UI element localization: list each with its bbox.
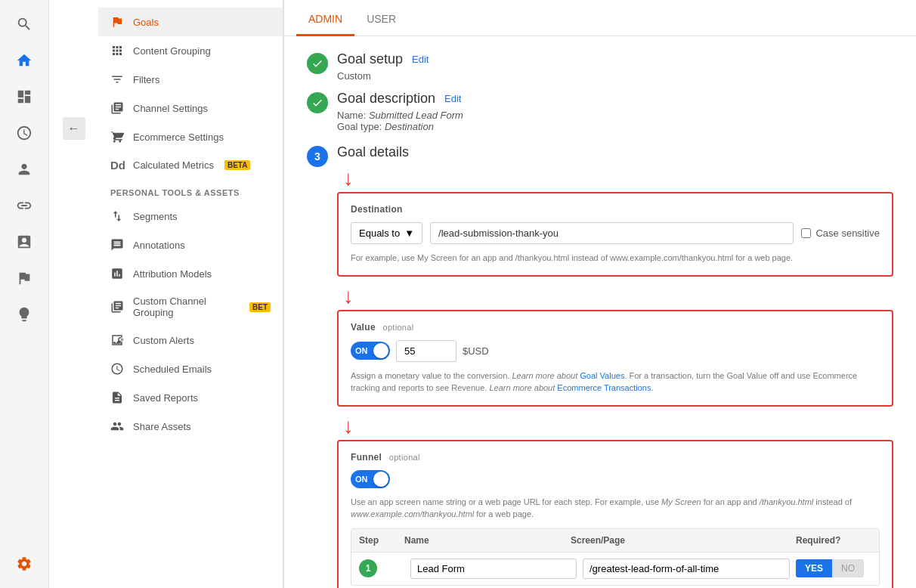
step-badge-1: 1 (359, 559, 377, 577)
arrow-down-3: ↓ (343, 416, 893, 437)
goal-desc-type: Goal type: Destination (337, 121, 893, 132)
destination-label: Destination (351, 204, 880, 215)
goal-setup-edit[interactable]: Edit (412, 54, 429, 65)
value-amount-input[interactable] (396, 340, 456, 362)
goal-desc-name: Name: Submitted Lead Form (337, 110, 893, 121)
sidebar-icon-settings[interactable] (6, 547, 42, 580)
sidebar-icon-clock[interactable] (6, 116, 42, 150)
sidebar-item-saved-reports[interactable]: Saved Reports (98, 383, 283, 412)
sidebar-item-channel-settings[interactable]: Channel Settings (98, 94, 283, 122)
sidebar-item-scheduled-emails[interactable]: Scheduled Emails (98, 354, 283, 383)
step-2-indicator (307, 92, 328, 113)
funnel-label: Funnel optional (351, 452, 880, 463)
sidebar-icon-lightbulb[interactable] (6, 298, 42, 331)
sidebar-icon-report[interactable] (6, 225, 42, 258)
sidebar-item-goals[interactable]: Goals (98, 8, 283, 36)
currency-label: $USD (463, 345, 489, 357)
tab-admin[interactable]: ADMIN (296, 4, 354, 36)
sidebar-icon-dashboard[interactable] (6, 80, 42, 113)
funnel-box: Funnel optional ON Use an app screen nam… (337, 440, 893, 589)
back-button[interactable]: ← (63, 117, 85, 140)
step-3-indicator: 3 (307, 146, 328, 167)
back-arrow-area: ← (49, 0, 98, 588)
case-sensitive-checkbox[interactable] (801, 228, 811, 238)
goal-desc-edit[interactable]: Edit (444, 93, 461, 104)
personal-tools-header: PERSONAL TOOLS & ASSETS (98, 179, 283, 202)
sidebar-icon-link[interactable] (6, 189, 42, 222)
sidebar-item-share-assets[interactable]: Share Assets (98, 412, 283, 441)
destination-box: Destination Equals to ▼ Case sensitive F… (337, 192, 893, 277)
ecommerce-link[interactable]: Ecommerce Transactions (557, 383, 651, 392)
value-toggle-label: ON (355, 346, 368, 355)
goal-setup-sub: Custom (337, 70, 893, 82)
value-box: Value optional ON $USD Assign a monetary… (337, 310, 893, 407)
main-wrapper: ADMIN USER Goal setup Edit Custom (284, 0, 916, 588)
value-label: Value optional (351, 322, 880, 333)
goal-setup-title: Goal setup (337, 51, 403, 67)
case-sensitive-label[interactable]: Case sensitive (801, 227, 880, 239)
sidebar-item-ecommerce[interactable]: Ecommerce Settings (98, 122, 283, 151)
sidebar-item-annotations[interactable]: Annotations (98, 231, 283, 259)
funnel-toggle-container: ON (351, 470, 880, 488)
screen-page-cell (583, 559, 790, 579)
goal-details-section: Goal details ↓ Destination Equals to ▼ (337, 144, 893, 588)
required-toggle: YES NO (796, 559, 871, 577)
yes-button[interactable]: YES (796, 559, 832, 577)
destination-row: Equals to ▼ Case sensitive (351, 222, 880, 244)
content-area: Goal setup Edit Custom Goal description … (284, 36, 916, 588)
step-1-indicator (307, 53, 328, 74)
secondary-sidebar: Goals Content Grouping Filters Channel S… (98, 0, 283, 588)
top-nav: ADMIN USER (284, 0, 916, 36)
funnel-table-header: Step Name Screen/Page Required? (351, 529, 879, 552)
icon-sidebar (0, 0, 49, 588)
destination-input[interactable] (430, 222, 794, 244)
no-button[interactable]: NO (832, 559, 864, 577)
table-row: 1 YES NO (351, 552, 879, 585)
tab-user[interactable]: USER (354, 4, 408, 36)
value-toggle-container: ON $USD (351, 340, 880, 362)
funnel-toggle-knob (373, 472, 388, 487)
funnel-helper: Use an app screen name string or a web p… (351, 496, 880, 521)
value-toggle-knob (373, 343, 388, 358)
sidebar-item-attribution[interactable]: Attribution Models (98, 259, 283, 288)
funnel-table: Step Name Screen/Page Required? 1 (351, 528, 880, 586)
funnel-toggle-label: ON (355, 475, 368, 484)
screen-page-input[interactable] (583, 559, 790, 579)
sidebar-item-custom-channel[interactable]: Custom Channel Grouping BET (98, 288, 283, 326)
sidebar-item-segments[interactable]: Segments (98, 202, 283, 231)
arrow-down-1: ↓ (343, 168, 893, 189)
funnel-toggle[interactable]: ON (351, 470, 390, 488)
sidebar-item-filters[interactable]: Filters (98, 65, 283, 94)
goal-desc-title: Goal description (337, 91, 435, 107)
match-type-select[interactable]: Equals to ▼ (351, 222, 422, 244)
destination-helper: For example, use My Screen for an app an… (351, 252, 880, 265)
goal-values-link[interactable]: Goal Values (580, 371, 624, 380)
value-helper: Assign a monetary value to the conversio… (351, 370, 880, 395)
sidebar-item-content-grouping[interactable]: Content Grouping (98, 36, 283, 65)
sidebar-icon-search[interactable] (6, 8, 42, 41)
goal-description-section: Goal description Edit Name: Submitted Le… (337, 91, 893, 132)
step-number-cell: 1 (359, 559, 404, 577)
sidebar-icon-flag[interactable] (6, 262, 42, 295)
sidebar-icon-home[interactable] (6, 44, 42, 77)
sidebar-item-custom-alerts[interactable]: Custom Alerts (98, 326, 283, 354)
value-toggle[interactable]: ON (351, 342, 390, 360)
arrow-down-2: ↓ (343, 286, 893, 307)
goal-details-title: Goal details (337, 144, 409, 160)
step-name-cell (410, 559, 577, 579)
sidebar-item-calculated-metrics[interactable]: Dd Calculated Metrics BETA (98, 151, 283, 179)
goal-setup-section: Goal setup Edit Custom (337, 51, 893, 82)
step-name-input[interactable] (410, 559, 577, 579)
chevron-icon: ▼ (404, 227, 414, 239)
sidebar-icon-person[interactable] (6, 153, 42, 186)
